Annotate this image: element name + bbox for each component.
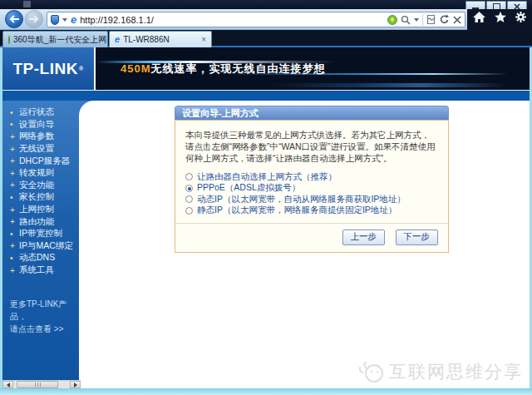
scroll-right-button[interactable]	[70, 381, 81, 388]
radio-icon[interactable]	[185, 207, 193, 215]
expand-icon: +	[10, 266, 16, 275]
header-divider-strip	[2, 91, 530, 101]
sidebar-item-system-tools[interactable]: +系统工具	[10, 264, 79, 277]
page-viewport: TP-LINK® 450M无线速率，实现无线自由连接梦想 •运行状态 •设置向导…	[2, 47, 530, 388]
sidebar-item-network-params[interactable]: +网络参数	[10, 131, 79, 143]
site-shield-icon[interactable]	[51, 15, 59, 25]
scrollbar-track[interactable]	[13, 381, 70, 388]
expand-icon: +	[10, 205, 16, 215]
bullet-icon: •	[10, 120, 16, 129]
header-banner: 450M无线速率，实现无线自由连接梦想	[96, 47, 530, 90]
360-favicon	[8, 36, 10, 44]
option-pppoe[interactable]: PPPoE（ADSL虚拟拨号）	[185, 183, 438, 195]
scroll-left-icon	[7, 383, 10, 388]
bullet-icon: •	[10, 193, 16, 202]
window-border-bottom	[0, 388, 532, 395]
search-dropdown-icon[interactable]	[414, 18, 419, 22]
sidebar-item-forwarding-rules[interactable]: +转发规则	[10, 167, 79, 180]
tools-gear-icon[interactable]	[515, 11, 527, 23]
radio-icon[interactable]	[185, 173, 193, 180]
next-step-button[interactable]: 下一步	[396, 230, 439, 245]
minimize-icon	[472, 3, 479, 9]
sidebar-item-ip-mac-binding[interactable]: +IP与MAC绑定	[10, 240, 79, 253]
command-bar	[472, 11, 527, 23]
sidebar-item-ddns[interactable]: •动态DNS	[10, 252, 79, 264]
sidebar-item-routing[interactable]: +路由功能	[10, 215, 79, 228]
back-arrow-icon	[8, 14, 20, 24]
sidebar-item-dhcp-server[interactable]: +DHCP服务器	[10, 155, 79, 167]
360-security-icon[interactable]	[387, 15, 397, 25]
expand-icon: +	[10, 132, 16, 141]
browser-window: e http://192.168.1.1/ 360导航_新一代安全上网导航 e …	[0, 0, 532, 395]
browser-chrome: e http://192.168.1.1/	[0, 9, 532, 30]
sidebar-item-running-status[interactable]: •运行状态	[10, 106, 79, 119]
address-dropdown-icon[interactable]	[62, 18, 67, 22]
thumb-grip-icon	[35, 383, 41, 387]
panel-title: 设置向导-上网方式	[175, 106, 449, 120]
sidebar-item-security[interactable]: +安全功能	[10, 180, 79, 192]
content-area: 设置向导-上网方式 本向导提供三种最常见的上网方式供选择。若为其它上网方式，请点…	[79, 101, 530, 388]
scrollbar-thumb[interactable]	[17, 381, 58, 388]
menu-frame-hscrollbar[interactable]	[2, 380, 81, 388]
tab-strip: 360导航_新一代安全上网导航 e TL-WR886N ×	[0, 30, 532, 47]
expand-icon: +	[10, 169, 16, 178]
forward-arrow-icon	[28, 14, 40, 24]
refresh-icon[interactable]	[439, 14, 450, 25]
tab-close-icon[interactable]: ×	[201, 36, 206, 44]
url-text[interactable]: http://192.168.1.1/	[80, 15, 154, 25]
forward-button[interactable]	[25, 10, 43, 28]
option-static-ip[interactable]: 静态IP（以太网宽带，网络服务商提供固定IP地址）	[185, 205, 438, 217]
window-titlebar	[0, 0, 532, 9]
compatibility-view-icon[interactable]	[426, 14, 436, 25]
option-auto-detect[interactable]: 让路由器自动选择上网方式（推荐）	[185, 171, 438, 183]
wizard-panel: 设置向导-上网方式 本向导提供三种最常见的上网方式供选择。若为其它上网方式，请点…	[175, 106, 449, 253]
app-icon	[23, 1, 31, 7]
expand-icon: +	[10, 180, 16, 190]
scroll-left-button[interactable]	[2, 381, 13, 388]
radio-icon[interactable]	[185, 195, 193, 203]
bullet-icon: •	[10, 230, 16, 239]
stop-icon[interactable]	[453, 16, 461, 24]
expand-icon: +	[10, 241, 16, 250]
main-row: •运行状态 •设置向导 +网络参数 +无线设置 +DHCP服务器 +转发规则 +…	[2, 101, 530, 388]
tab-router-active[interactable]: e TL-WR886N ×	[109, 31, 212, 47]
radio-icon-selected[interactable]	[185, 185, 193, 192]
tab-360-nav[interactable]: 360导航_新一代安全上网导航	[2, 31, 108, 47]
address-bar[interactable]: e http://192.168.1.1/	[47, 12, 466, 27]
back-button[interactable]	[5, 10, 23, 28]
panel-body: 本向导提供三种最常见的上网方式供选择。若为其它上网方式，请点击左侧“网络参数”中…	[175, 120, 449, 253]
bullet-icon: •	[10, 254, 16, 263]
prev-step-button[interactable]: 上一步	[342, 230, 386, 245]
home-icon[interactable]	[472, 11, 486, 23]
sidebar-more-products-link[interactable]: 更多TP-LINK产品， 请点击查看 >>	[10, 298, 79, 335]
option-dynamic-ip[interactable]: 动态IP（以太网宽带，自动从网络服务商获取IP地址）	[185, 194, 438, 205]
expand-icon: +	[10, 145, 16, 154]
wizard-intro-text: 本向导提供三种最常见的上网方式供选择。若为其它上网方式，请点击左侧“网络参数”中…	[185, 129, 438, 164]
favorites-star-icon[interactable]	[494, 11, 507, 23]
sidebar-item-access-control[interactable]: +上网控制	[10, 204, 79, 216]
site-header: TP-LINK® 450M无线速率，实现无线自由连接梦想	[2, 47, 530, 91]
ie-favicon: e	[71, 14, 76, 25]
bullet-icon: •	[10, 108, 16, 117]
sidebar-item-parental-control[interactable]: •家长控制	[10, 191, 79, 204]
window-border-left	[0, 47, 2, 395]
tplink-logo: TP-LINK®	[2, 47, 96, 90]
sidebar-menu: •运行状态 •设置向导 +网络参数 +无线设置 +DHCP服务器 +转发规则 +…	[2, 101, 79, 380]
expand-icon: +	[10, 156, 16, 165]
sidebar-item-bandwidth-control[interactable]: •IP带宽控制	[10, 228, 79, 240]
banner-slogan: 450M无线速率，实现无线自由连接梦想	[96, 62, 326, 77]
tab-label: 360导航_新一代安全上网导航	[13, 34, 108, 46]
sidebar-item-wireless-settings[interactable]: +无线设置	[10, 143, 79, 156]
ie-favicon: e	[115, 34, 120, 45]
watermark: 互联网思维分享	[357, 360, 523, 383]
search-icon[interactable]	[401, 15, 411, 25]
sidebar-item-setup-wizard[interactable]: •设置向导	[10, 119, 79, 131]
scroll-right-icon	[74, 383, 77, 388]
expand-icon: +	[10, 217, 16, 226]
tab-label: TL-WR886N	[123, 35, 170, 44]
watermark-cat-icon	[357, 361, 384, 383]
